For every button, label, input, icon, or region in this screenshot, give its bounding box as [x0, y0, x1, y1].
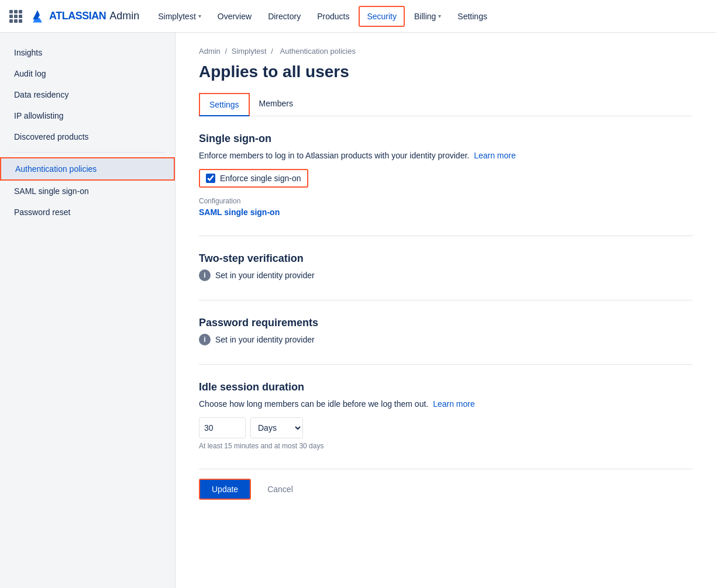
nav-item-simplytest[interactable]: Simplytest ▾ [151, 7, 208, 26]
nav-label-overview: Overview [218, 12, 252, 21]
info-icon-password: i [199, 334, 211, 345]
chevron-down-icon: ▾ [438, 13, 441, 19]
apps-icon[interactable] [9, 10, 22, 23]
nav-label-directory: Directory [268, 12, 301, 21]
sidebar-item-saml-sso[interactable]: SAML single sign-on [0, 181, 175, 202]
sso-description: Enforce members to log in to Atlassian p… [199, 150, 693, 162]
saml-sso-config-link[interactable]: SAML single sign-on [199, 207, 280, 217]
idle-session-section: Idle session duration Choose how long me… [199, 381, 693, 450]
section-divider-3 [199, 364, 693, 365]
atlassian-logo-icon [29, 8, 46, 25]
breadcrumb-admin[interactable]: Admin [199, 47, 221, 56]
info-icon: i [199, 269, 211, 281]
breadcrumb-simplytest[interactable]: Simplytest [232, 47, 267, 56]
tab-members-label: Members [259, 99, 293, 108]
cancel-button[interactable]: Cancel [258, 480, 302, 499]
tab-settings-label: Settings [209, 100, 239, 109]
sidebar-item-password-reset[interactable]: Password reset [0, 202, 175, 223]
idle-session-inputs: Days Hours Minutes [199, 417, 693, 438]
page-layout: Insights Audit log Data residency IP all… [0, 33, 716, 588]
nav-label-security: Security [367, 12, 397, 21]
sidebar-divider [9, 152, 166, 153]
config-label: Configuration [199, 197, 693, 205]
section-divider-2 [199, 300, 693, 300]
sso-section: Single sign-on Enforce members to log in… [199, 133, 693, 217]
sidebar-item-ip-allowlisting[interactable]: IP allowlisting [0, 105, 175, 126]
enforce-sso-checkbox-wrapper[interactable]: Enforce single sign-on [199, 169, 308, 188]
nav-item-overview[interactable]: Overview [211, 7, 259, 26]
nav-item-settings[interactable]: Settings [450, 7, 494, 26]
section-divider-1 [199, 236, 693, 236]
enforce-sso-checkbox[interactable] [206, 174, 215, 183]
nav-item-directory[interactable]: Directory [261, 7, 308, 26]
breadcrumb-current: Authentication policies [280, 47, 356, 56]
two-step-title: Two-step verification [199, 253, 693, 265]
breadcrumb-sep2: / [271, 47, 275, 56]
nav-label-settings: Settings [457, 12, 487, 21]
sidebar: Insights Audit log Data residency IP all… [0, 33, 175, 588]
nav-item-security[interactable]: Security [359, 6, 405, 27]
page-title: Applies to all users [199, 63, 693, 81]
atlassian-text: ATLASSIAN [49, 10, 106, 22]
sidebar-item-authentication-policies[interactable]: Authentication policies [0, 157, 175, 181]
logo: ATLASSIAN Admin [9, 8, 139, 25]
update-button[interactable]: Update [199, 479, 251, 500]
password-info-text: Set in your identity provider [215, 335, 315, 344]
nav-label-simplytest: Simplytest [158, 12, 196, 21]
tab-bar: Settings Members [199, 93, 693, 116]
nav-item-billing[interactable]: Billing ▾ [407, 7, 448, 26]
password-section: Password requirements i Set in your iden… [199, 317, 693, 345]
idle-session-description: Choose how long members can be idle befo… [199, 398, 693, 410]
sso-learn-more-link[interactable]: Learn more [474, 151, 516, 160]
sso-config: Configuration SAML single sign-on [199, 197, 693, 217]
two-step-section: Two-step verification i Set in your iden… [199, 253, 693, 281]
nav-item-products[interactable]: Products [310, 7, 356, 26]
enforce-sso-row: Enforce single sign-on [199, 169, 693, 188]
atlassian-brand: ATLASSIAN Admin [29, 8, 139, 25]
top-navigation: ATLASSIAN Admin Simplytest ▾ Overview Di… [0, 0, 716, 33]
idle-duration-unit-select[interactable]: Days Hours Minutes [250, 417, 303, 438]
password-info: i Set in your identity provider [199, 334, 693, 345]
sso-title: Single sign-on [199, 133, 693, 145]
tab-members[interactable]: Members [250, 93, 302, 116]
breadcrumb-sep1: / [225, 47, 229, 56]
two-step-info-text: Set in your identity provider [215, 271, 315, 280]
admin-text: Admin [109, 10, 139, 22]
sidebar-item-audit-log[interactable]: Audit log [0, 63, 175, 84]
sidebar-item-discovered-products[interactable]: Discovered products [0, 126, 175, 147]
sidebar-item-data-residency[interactable]: Data residency [0, 84, 175, 105]
breadcrumb: Admin / Simplytest / Authentication poli… [199, 47, 693, 56]
idle-session-hint: At least 15 minutes and at most 30 days [199, 442, 693, 450]
action-buttons: Update Cancel [199, 469, 693, 500]
main-content: Admin / Simplytest / Authentication poli… [175, 33, 716, 588]
sidebar-item-insights[interactable]: Insights [0, 42, 175, 63]
idle-duration-input[interactable] [199, 417, 246, 438]
password-title: Password requirements [199, 317, 693, 329]
idle-session-learn-more-link[interactable]: Learn more [433, 399, 475, 409]
nav-label-billing: Billing [414, 12, 436, 21]
tab-settings[interactable]: Settings [199, 93, 250, 116]
enforce-sso-label: Enforce single sign-on [220, 174, 301, 183]
nav-label-products: Products [317, 12, 349, 21]
idle-session-title: Idle session duration [199, 381, 693, 393]
chevron-down-icon: ▾ [198, 13, 201, 19]
two-step-info: i Set in your identity provider [199, 269, 693, 281]
